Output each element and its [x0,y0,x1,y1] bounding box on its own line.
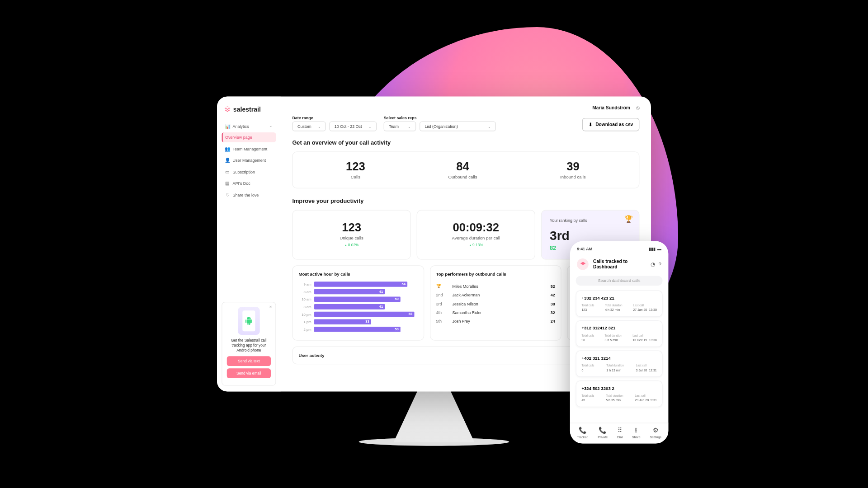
date-range-label: Date range [292,116,377,120]
api-icon: ▤ [225,181,230,185]
analytics-icon: 📊 [225,124,230,128]
nav-label: User Management [233,158,266,162]
phone-nav-private[interactable]: 📞Private [598,427,608,439]
performer-value: 38 [551,302,555,306]
hbar-row: 2 pm50 [298,327,417,332]
sidebar-item-subscription[interactable]: ▭ Subscription [222,166,276,177]
phone-header-icons: ◔ ? [651,261,661,267]
rank: 🏆 [436,284,448,288]
hour-label: 10 pm [298,313,311,316]
call-number: +324 502 3203 2 [581,386,656,391]
logout-icon[interactable]: ⎋ [636,105,640,111]
hour-label: 1 pm [298,320,311,324]
nav-label: API's Doc [233,181,250,185]
sidebar-item-share[interactable]: ♡ Share the love [222,190,276,200]
help-icon[interactable]: ? [659,261,661,267]
nav-label: Subscription [233,170,255,174]
call-number: +402 321 3214 [581,356,656,361]
sidebar-item-users[interactable]: 👤 User Management [222,155,276,165]
monitor-stand [393,390,474,442]
stat-outbound: 84Outbound calls [448,160,477,180]
calls-list[interactable]: +332 234 423 21 Total calls123 Total dur… [570,290,669,407]
chevron-down-icon: ⌄ [269,124,273,128]
avg-duration-card: 00:09:32 Average duration per call 9.13% [417,210,535,259]
dial-icon: ⠿ [617,427,623,434]
leaderboard-row: 4thSamantha Rider32 [436,308,555,317]
rank: 4th [436,310,448,314]
download-csv-button[interactable]: ⬇ Download as csv [582,118,640,131]
hour-label: 8 am [298,305,311,309]
sidebar-item-analytics[interactable]: 📊 Analytics ⌄ [222,121,276,131]
bar-value: 41 [379,289,383,295]
call-number: +312 312412 321 [581,325,656,331]
nav-label: Analytics [233,124,249,128]
android-icon [245,317,253,325]
leaderboard-row: 5thJosh Frey24 [436,317,555,325]
user-name[interactable]: Maria Sundström [592,105,630,111]
hour-label: 9 am [298,282,311,286]
promo-image [238,307,260,334]
performers-card: Top performers by outbound calls 🏆Miles … [430,265,561,340]
leaderboard-row: 3rdJessica Nilson38 [436,300,555,308]
promo-text: Get the Salestrail call tracking app for… [227,338,271,352]
performer-name: Samantha Rider [452,310,546,314]
bar-value: 54 [401,282,406,287]
productivity-title: Improve your productivity [292,198,639,204]
nav-label: Overview page [225,135,252,139]
close-icon[interactable]: × [269,305,272,310]
leaderboard-row: 🏆Miles Moralles52 [436,282,555,291]
delta-up-icon: 9.13% [424,243,528,247]
phone-status-bar: 9:41 AM ▮▮▮▬ [570,247,669,255]
phone-nav-tracked[interactable]: 📞Tracked [577,427,588,439]
bar-value: 33 [365,319,369,324]
send-text-button[interactable]: Send via text [227,356,271,366]
sidebar-item-api[interactable]: ▤ API's Doc [222,178,276,188]
team-select[interactable]: Team⌄ [384,122,416,131]
delta-up-icon: 8.02% [300,243,403,247]
phone-header: Calls tracked to Dashboard ◔ ? [570,255,669,276]
phone-app-icon [577,258,589,270]
sidebar-nav: 📊 Analytics ⌄ Overview page 👥 Team Manag… [222,121,276,200]
hbar-row: 8 am41 [298,304,417,310]
stats-card: 123Calls 84Outbound calls 39Inbound call… [292,151,639,188]
send-email-button[interactable]: Send via email [227,368,271,378]
mobile-phone: 9:41 AM ▮▮▮▬ Calls tracked to Dashboard … [570,241,669,444]
signal-icon: ▮▮▮ [649,247,656,251]
call-card[interactable]: +324 502 3203 2 Total calls45 Total dura… [576,380,663,407]
hours-chart-card: Most active hour by calls 9 am548 am4110… [292,265,424,340]
date-range-type-select[interactable]: Custom⌄ [292,122,326,131]
call-card[interactable]: +332 234 423 21 Total calls123 Total dur… [576,290,663,317]
hbar-row: 8 am41 [298,289,417,295]
phone-bottom-nav: 📞Tracked📞Private⠿Dial⇪Share⚙Settings [570,423,669,444]
logo-icon [580,261,586,267]
team-icon: 👥 [225,146,230,151]
chevron-down-icon: ⌄ [368,124,371,128]
performer-name: Jack Ackerman [452,293,546,297]
sidebar-item-overview[interactable]: Overview page [222,132,276,142]
bar: 41 [314,304,385,310]
sidebar-item-team[interactable]: 👥 Team Management [222,143,276,154]
share-icon: ⇪ [632,427,641,434]
private-icon: 📞 [598,427,608,434]
phone-nav-dial[interactable]: ⠿Dial [617,427,623,439]
status-icons: ▮▮▮▬ [649,247,661,251]
phone-nav-share[interactable]: ⇪Share [632,427,641,439]
user-icon: 👤 [225,158,230,162]
hbar-row: 9 am54 [298,282,417,287]
bar: 50 [314,327,401,332]
date-range-value-select[interactable]: 10 Oct - 22 Oct⌄ [329,122,377,131]
phone-title: Calls tracked to Dashboard [593,259,646,270]
chevron-down-icon: ⌄ [408,124,410,128]
brand-logo[interactable]: salestrail [222,106,276,113]
gauge-icon[interactable]: ◔ [651,261,655,267]
phone-nav-settings[interactable]: ⚙Settings [650,427,661,439]
rank: 5th [436,319,448,323]
search-input[interactable]: Search dashboard calls [576,276,663,286]
call-card[interactable]: +402 321 3214 Total calls6 Total duratio… [576,351,663,377]
trophy-icon: 🏆 [624,215,633,223]
org-select[interactable]: Liid (Organization)⌄ [420,122,496,131]
hour-label: 10 am [298,297,311,301]
call-card[interactable]: +312 312412 321 Total calls98 Total dura… [576,320,663,347]
overview-title: Get an overview of your call activity [292,139,639,145]
logo-icon [224,106,231,113]
